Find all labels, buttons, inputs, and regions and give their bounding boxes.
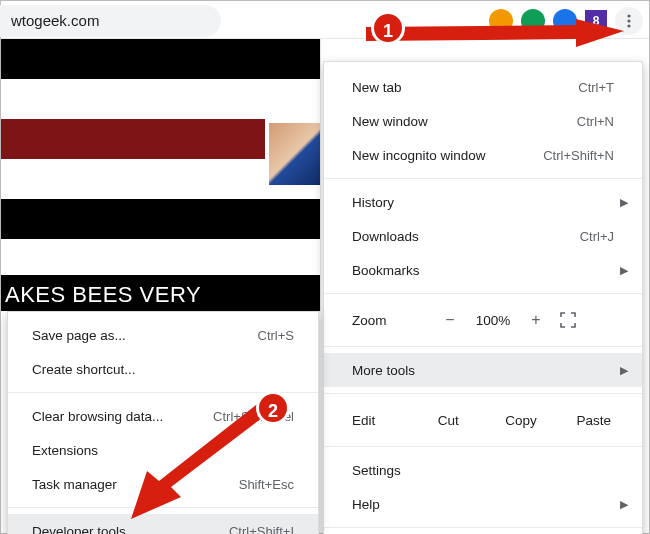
submenu-item-label: Extensions xyxy=(32,443,294,458)
extension-icon[interactable] xyxy=(521,9,545,33)
menu-zoom-row: Zoom − 100% + xyxy=(324,300,642,340)
submenu-arrow-icon: ▶ xyxy=(620,498,628,511)
menu-separator xyxy=(324,527,642,528)
page-stripe xyxy=(1,79,320,119)
menu-item-shortcut: Ctrl+N xyxy=(577,114,614,129)
submenu-item-label: Clear browsing data... xyxy=(32,409,213,424)
toolbar: wtogeek.com 8 xyxy=(1,1,649,39)
page-content: AKES BEES VERY AGITATED? xyxy=(1,39,321,311)
menu-item-label: New window xyxy=(352,114,577,129)
page-stripe xyxy=(1,39,320,79)
address-bar[interactable]: wtogeek.com xyxy=(0,5,221,37)
zoom-percent: 100% xyxy=(468,313,518,328)
menu-edit-row: Edit Cut Copy Paste xyxy=(324,400,642,440)
menu-separator xyxy=(324,446,642,447)
svg-point-1 xyxy=(627,19,630,22)
submenu-item-shortcut: Ctrl+Shift+I xyxy=(229,524,294,535)
extension-badge-icon[interactable]: 8 xyxy=(585,10,607,32)
menu-item-label: Settings xyxy=(352,463,614,478)
edit-label: Edit xyxy=(352,413,412,428)
submenu-extensions[interactable]: Extensions xyxy=(8,433,318,467)
menu-help[interactable]: Help ▶ xyxy=(324,487,642,521)
submenu-save-page[interactable]: Save page as... Ctrl+S xyxy=(8,318,318,352)
menu-new-incognito[interactable]: New incognito window Ctrl+Shift+N xyxy=(324,138,642,172)
edit-paste-button[interactable]: Paste xyxy=(557,413,630,428)
extension-icon[interactable] xyxy=(553,9,577,33)
article-headline: AKES BEES VERY AGITATED? xyxy=(1,275,320,311)
menu-item-label: New tab xyxy=(352,80,578,95)
fullscreen-button[interactable] xyxy=(554,306,582,334)
menu-separator xyxy=(324,346,642,347)
article-photo xyxy=(265,119,320,189)
menu-separator xyxy=(324,293,642,294)
submenu-arrow-icon: ▶ xyxy=(620,196,628,209)
menu-separator xyxy=(324,393,642,394)
submenu-item-shortcut: Shift+Esc xyxy=(239,477,294,492)
zoom-label: Zoom xyxy=(352,313,432,328)
menu-item-shortcut: Ctrl+T xyxy=(578,80,614,95)
menu-separator xyxy=(324,178,642,179)
menu-item-label: New incognito window xyxy=(352,148,543,163)
menu-more-tools[interactable]: More tools ▶ xyxy=(324,353,642,387)
submenu-item-label: Create shortcut... xyxy=(32,362,294,377)
zoom-in-button[interactable]: + xyxy=(518,311,554,329)
edit-cut-button[interactable]: Cut xyxy=(412,413,485,428)
submenu-item-label: Save page as... xyxy=(32,328,258,343)
menu-history[interactable]: History ▶ xyxy=(324,185,642,219)
menu-downloads[interactable]: Downloads Ctrl+J xyxy=(324,219,642,253)
submenu-developer-tools[interactable]: Developer tools Ctrl+Shift+I xyxy=(8,514,318,534)
chrome-main-menu: New tab Ctrl+T New window Ctrl+N New inc… xyxy=(323,61,643,534)
extension-icon[interactable] xyxy=(489,9,513,33)
menu-item-label: History xyxy=(352,195,614,210)
menu-item-shortcut: Ctrl+J xyxy=(580,229,614,244)
annotation-step-2: 2 xyxy=(256,391,290,425)
menu-item-label: Bookmarks xyxy=(352,263,614,278)
menu-item-label: Help xyxy=(352,497,614,512)
svg-point-2 xyxy=(627,24,630,27)
menu-item-shortcut: Ctrl+Shift+N xyxy=(543,148,614,163)
customize-chrome-button[interactable] xyxy=(615,7,643,35)
menu-new-tab[interactable]: New tab Ctrl+T xyxy=(324,70,642,104)
fullscreen-icon xyxy=(559,311,577,329)
submenu-item-label: Developer tools xyxy=(32,524,229,535)
submenu-item-shortcut: Ctrl+S xyxy=(258,328,294,343)
menu-bookmarks[interactable]: Bookmarks ▶ xyxy=(324,253,642,287)
annotation-step-1: 1 xyxy=(371,11,405,45)
extension-icons: 8 xyxy=(489,7,643,35)
page-stripe xyxy=(1,239,320,279)
screenshot-frame: wtogeek.com 8 AKES BEES VERY AGITATED? N… xyxy=(0,0,650,534)
zoom-out-button[interactable]: − xyxy=(432,311,468,329)
submenu-create-shortcut[interactable]: Create shortcut... xyxy=(8,352,318,386)
submenu-arrow-icon: ▶ xyxy=(620,364,628,377)
menu-item-label: Downloads xyxy=(352,229,580,244)
menu-item-label: More tools xyxy=(352,363,614,378)
submenu-arrow-icon: ▶ xyxy=(620,264,628,277)
submenu-item-label: Task manager xyxy=(32,477,239,492)
menu-settings[interactable]: Settings xyxy=(324,453,642,487)
submenu-separator xyxy=(8,507,318,508)
menu-new-window[interactable]: New window Ctrl+N xyxy=(324,104,642,138)
kebab-icon xyxy=(621,13,637,29)
submenu-task-manager[interactable]: Task manager Shift+Esc xyxy=(8,467,318,501)
svg-point-0 xyxy=(627,14,630,17)
page-stripe xyxy=(1,199,320,239)
edit-copy-button[interactable]: Copy xyxy=(485,413,558,428)
